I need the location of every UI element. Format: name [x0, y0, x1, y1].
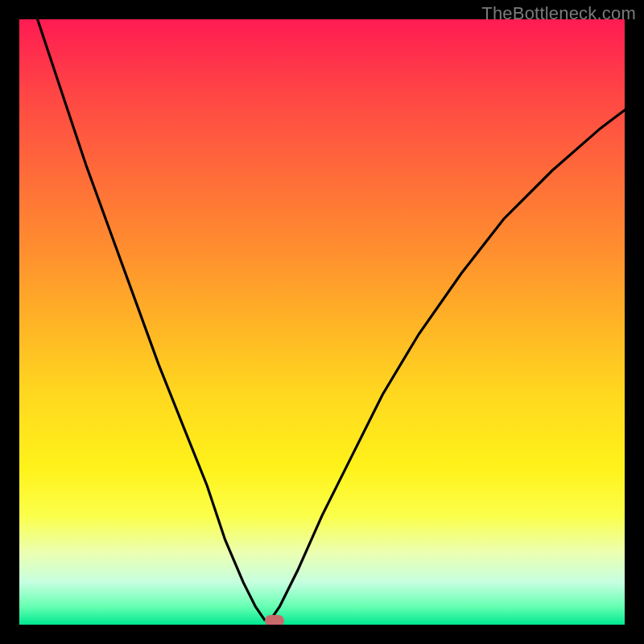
watermark-text: TheBottleneck.com	[481, 3, 636, 24]
chart-frame	[0, 0, 644, 644]
